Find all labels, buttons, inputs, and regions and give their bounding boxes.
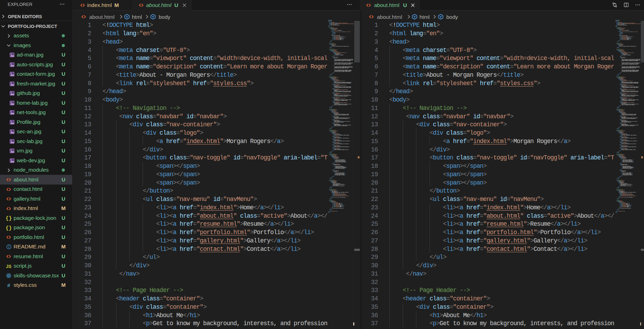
svg-text:#: # [7, 283, 10, 288]
svg-text:JS: JS [6, 263, 12, 269]
svg-text:{}: {} [6, 216, 12, 221]
svg-text:{}: {} [6, 225, 12, 230]
